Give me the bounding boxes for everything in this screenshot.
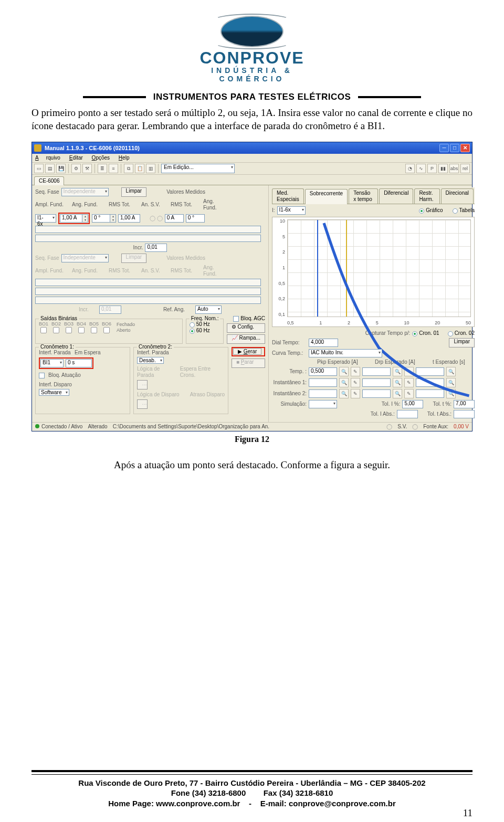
config-button[interactable]: ⚙ Config. [227,323,265,333]
tol-i-abs-input[interactable] [397,410,418,418]
bo2-toggle[interactable] [53,327,59,333]
search-icon-5[interactable]: 🔍 [393,378,402,387]
rel-icon[interactable]: rel [460,164,470,173]
curva-temp-select[interactable]: IAC Muito Inv. [309,349,382,357]
cfg2-icon[interactable]: ⚒ [82,164,92,173]
copy-icon[interactable]: ⧉ [124,164,133,173]
tab-tensao-tempo[interactable]: Tensão x tempo [349,188,378,204]
logica-disparo-cfg: … [137,399,148,409]
open-icon[interactable]: ▤ [45,164,55,173]
logo-subtitle: INDÚSTRIA & COMÉRCIO [184,66,320,83]
edit-status-dropdown[interactable]: Em Edição... [161,164,235,173]
limpar-button[interactable]: Limpar [121,187,147,197]
incr-input[interactable]: 0,01 [145,244,167,252]
new-icon[interactable]: ▭ [34,164,44,173]
col-ang2: Ang. Fund. [203,198,228,211]
cron01-label: Cron. 01 [419,330,439,336]
inst2-pkp[interactable] [309,389,337,398]
cron02-radio[interactable] [448,331,453,336]
edit-icon-7[interactable]: ✎ [351,389,360,398]
channel-select[interactable]: I1-6x [35,214,56,223]
inst2-drp[interactable] [362,389,391,398]
limpar2-button[interactable]: Limpar [449,338,475,347]
bars-icon[interactable]: ▮▮ [438,164,448,173]
minimize-button[interactable]: ─ [439,144,449,152]
bo6-toggle[interactable] [103,327,110,333]
search-icon-7[interactable]: 🔍 [339,389,349,398]
abs-icon[interactable]: abs [449,164,459,173]
inst1-t[interactable] [416,378,444,387]
tol-i-pct-input[interactable]: 5,00 [402,400,423,408]
tab-sobrecorrente[interactable]: Sobrecorrente [305,189,348,204]
pkp-label: Pkp Esperado [A] [317,359,364,365]
dial-tempo-input[interactable]: 4,000 [309,339,338,347]
tab-restr-harm[interactable]: Restr. Harm. [414,188,439,204]
software-select[interactable]: Software [39,389,69,396]
inst1-pkp[interactable] [309,378,337,387]
tab-diferencial[interactable]: Diferencial [379,188,413,204]
p-icon[interactable]: P [427,164,437,173]
refang-select[interactable]: Auto [195,305,222,314]
crono2-select[interactable]: Desab. [137,357,164,364]
edit-icon[interactable]: ✎ [351,367,360,376]
freq-50-radio[interactable] [190,322,195,328]
search-icon-6[interactable]: 🔍 [446,378,456,387]
tol-t-pct-input[interactable]: 7,00 [454,400,475,408]
search-icon-3[interactable]: 🔍 [446,367,456,376]
search-icon-9[interactable]: 🔍 [446,389,456,398]
wave-icon[interactable]: ∿ [416,164,426,173]
I-select[interactable]: I1-6x [277,206,306,215]
list2-icon[interactable]: ≡ [109,164,118,173]
ampl-input[interactable]: 1,00 A [60,214,82,223]
seq-fase-select[interactable]: Independente [61,188,109,196]
menu-help[interactable]: Help [119,155,130,161]
clock-icon[interactable]: ◔ [405,164,415,173]
edit-icon-5[interactable]: ✎ [404,378,414,387]
figure-caption: Figura 12 [32,435,472,444]
inst1-drp[interactable] [362,378,391,387]
simulacao-select[interactable] [309,400,337,408]
bo4-toggle[interactable] [78,327,85,333]
menu-opcoes[interactable]: Opções [92,155,110,161]
rms-measured: 0 A [165,214,184,223]
tol-t-abs-input[interactable] [454,410,475,418]
temp-input[interactable]: 0,500 [309,367,337,376]
rampa-button[interactable]: 📈 Rampa... [227,334,265,344]
freq-60-radio[interactable] [190,329,195,334]
search-icon-2[interactable]: 🔍 [393,367,402,376]
edit-icon-2[interactable]: ✎ [404,367,414,376]
edit-icon-8[interactable]: ✎ [404,389,414,398]
window-title: Manual 1.1.9.3 - CE-6006 (0201110) [45,145,140,152]
tab-direcional[interactable]: Direcional [441,188,474,204]
save-icon[interactable]: 💾 [56,164,66,173]
bo3-toggle[interactable] [66,327,72,333]
view-grafico-radio[interactable] [419,208,424,214]
tab-device[interactable]: CE-6006 [34,176,64,185]
tesp-input[interactable] [416,367,444,376]
menu-editar[interactable]: Editar [69,155,83,161]
doc-icon[interactable]: ▥ [146,164,155,173]
close-button[interactable]: ✕ [460,144,470,152]
search-icon[interactable]: 🔍 [339,367,349,376]
inst2-t[interactable] [416,389,444,398]
tab-med-especiais[interactable]: Med. Especiais [272,188,304,204]
bloq-agc-check[interactable] [233,316,239,322]
maximize-button[interactable]: □ [450,144,459,152]
drp-input[interactable] [362,367,391,376]
gear-icon[interactable]: ⚙ [71,164,81,173]
menu-arquivo[interactable]: Arquivo [35,155,60,161]
ang-input[interactable]: 0 ° [92,214,110,223]
bo1-toggle[interactable] [40,327,47,333]
paste-icon[interactable]: 📋 [135,164,144,173]
bi1-select[interactable]: BI1 [40,359,64,367]
search-icon-8[interactable]: 🔍 [393,389,402,398]
cron01-radio[interactable] [412,331,417,336]
bo5-toggle[interactable] [91,327,97,333]
bloq-atuacao-check[interactable] [39,373,45,378]
bo4-label: BO4 [77,321,86,327]
list-icon[interactable]: ≣ [98,164,107,173]
gerar-button[interactable]: ▶ Gerar [233,348,261,355]
edit-icon-4[interactable]: ✎ [351,378,360,387]
search-icon-4[interactable]: 🔍 [339,378,349,387]
view-tabela-radio[interactable] [453,208,458,214]
